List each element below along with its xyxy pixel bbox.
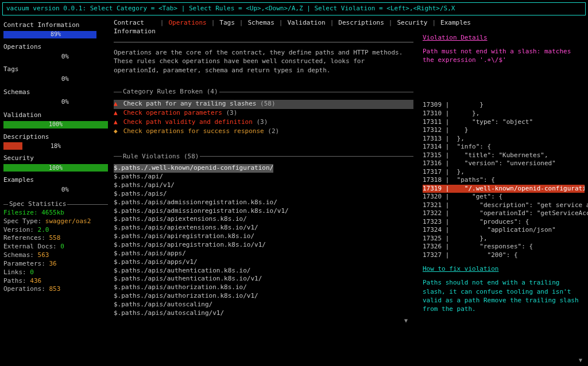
spec-stat-line: Links: 0 xyxy=(3,268,108,277)
source-line: 17325 | }, xyxy=(423,235,585,243)
violation-item[interactable]: $.paths./apis/authentication.k8s.io/v1/ xyxy=(114,275,413,283)
spec-stat-line: Version: 2.0 xyxy=(3,226,108,235)
source-line: 17311 | "type": "object" xyxy=(423,118,585,127)
violations-list[interactable]: $.paths./.well-known/openid-configuratio… xyxy=(114,164,413,317)
rule-text: Check path validity and definition xyxy=(123,118,257,126)
source-line: 17319 | "/.well-known/openid-configurati… xyxy=(423,185,585,193)
sidebar-category-label[interactable]: Validation xyxy=(3,111,108,120)
howto-header: How to fix violation xyxy=(423,265,585,274)
rule-count: (3) xyxy=(256,118,268,126)
source-line: 17317 | }, xyxy=(423,168,585,177)
source-line: 17309 | } xyxy=(423,101,585,110)
severity-icon: ◆ xyxy=(114,127,119,136)
tab-separator: | xyxy=(330,19,334,36)
sidebar: Contract Information89%Operations0%Tags0… xyxy=(3,18,108,324)
severity-icon: ▲ xyxy=(114,109,119,118)
source-snippet: 17309 | }17310 | },17311 | "type": "obje… xyxy=(423,101,585,259)
spec-stat-line: Paths: 436 xyxy=(3,277,108,286)
title-bar: vacuum version 0.0.1: Select Category = … xyxy=(2,2,586,15)
source-line: 17312 | } xyxy=(423,126,585,135)
violation-item[interactable]: $.paths./.well-known/openid-configuratio… xyxy=(114,164,413,173)
source-line: 17327 | "200": { xyxy=(423,251,585,260)
rule-text: Check operations for success response xyxy=(123,127,268,135)
tab-bar: Contract Information|Operations|Tags|Sch… xyxy=(114,19,413,36)
violation-item[interactable]: $.paths./apis/apiregistration.k8s.io/v1/ xyxy=(114,241,413,250)
violation-item[interactable]: $.paths./apis/apps/ xyxy=(114,250,413,258)
severity-icon: ▲ xyxy=(114,100,119,108)
tab-operations[interactable]: Operations xyxy=(168,19,206,36)
spec-stat-line: Operations: 853 xyxy=(3,285,108,294)
tab-validation[interactable]: Validation xyxy=(287,19,325,36)
progress-bar: 18% xyxy=(3,142,108,150)
main-panel: Contract Information|Operations|Tags|Sch… xyxy=(114,18,417,324)
sidebar-category-pct: 0% xyxy=(3,186,108,194)
violation-item[interactable]: $.paths./apis/autoscaling/ xyxy=(114,301,413,309)
source-line: 17315 | "title": "Kubernetes", xyxy=(423,151,585,160)
violation-item[interactable]: $.paths./apis/apiextensions.k8s.io/ xyxy=(114,215,413,224)
sidebar-category-label[interactable]: Operations xyxy=(3,43,108,52)
source-line: 17322 | "operationId": "getServiceAccoun… xyxy=(423,209,585,218)
scroll-indicator-right: ▼ xyxy=(579,356,582,364)
rule-text: Check path for any trailing slashes xyxy=(123,100,260,107)
rule-violations-header: Rule Violations (58) xyxy=(114,153,413,161)
violation-item[interactable]: $.paths./apis/authorization.k8s.io/v1/ xyxy=(114,292,413,301)
severity-icon: ▲ xyxy=(114,118,119,127)
rules-broken-header: Category Rules Broken (4) xyxy=(114,88,413,96)
source-line: 17323 | "produces": { xyxy=(423,218,585,227)
sidebar-category-label[interactable]: Schemas xyxy=(3,88,108,97)
sidebar-category-pct: 0% xyxy=(3,98,108,107)
violation-item[interactable]: $.paths./api/ xyxy=(114,173,413,181)
violation-details-header: Violation Details xyxy=(423,34,585,42)
violation-item[interactable]: $.paths./apis/ xyxy=(114,190,413,198)
spec-stat-line: Spec Type: swagger/oas2 xyxy=(3,217,108,226)
sidebar-category-pct: 0% xyxy=(3,75,108,84)
violation-item[interactable]: $.paths./apis/apiregistration.k8s.io/ xyxy=(114,232,413,241)
progress-bar: 89% xyxy=(3,31,108,38)
source-line: 17326 | "responses": { xyxy=(423,243,585,251)
violation-item[interactable]: $.paths./apis/authorization.k8s.io/ xyxy=(114,283,413,292)
source-line: 17324 | "application/json" xyxy=(423,226,585,235)
spec-stat-line: Parameters: 36 xyxy=(3,260,108,268)
violation-item[interactable]: $.paths./apis/admissionregistration.k8s.… xyxy=(114,198,413,207)
tab-tags[interactable]: Tags xyxy=(219,19,235,36)
sidebar-category-label[interactable]: Tags xyxy=(3,65,108,74)
source-line: 17320 | "get": { xyxy=(423,193,585,201)
violation-item[interactable]: $.paths./apis/apiextensions.k8s.io/v1/ xyxy=(114,224,413,232)
source-line: 17321 | "description": "get service acco… xyxy=(423,201,585,210)
sidebar-category-label[interactable]: Examples xyxy=(3,176,108,185)
rule-count: (58) xyxy=(260,100,276,107)
rule-item[interactable]: ▲ Check operation parameters (3) xyxy=(114,109,413,118)
tab-separator: | xyxy=(389,19,393,36)
violation-item[interactable]: $.paths./api/v1/ xyxy=(114,181,413,190)
rule-text: Check operation parameters xyxy=(123,109,226,116)
rule-count: (2) xyxy=(268,127,279,135)
spec-stat-line: External Docs: 0 xyxy=(3,243,108,251)
source-line: 17318 | "paths": { xyxy=(423,176,585,185)
tab-contract-information[interactable]: Contract Information xyxy=(114,19,156,36)
rule-count: (3) xyxy=(226,109,237,116)
tab-descriptions[interactable]: Descriptions xyxy=(338,19,384,36)
scroll-indicator-left: ▼ xyxy=(114,317,413,325)
rule-item[interactable]: ▲ Check path for any trailing slashes (5… xyxy=(114,100,413,109)
source-line: 17313 | }, xyxy=(423,135,585,143)
progress-bar: 100% xyxy=(3,121,108,129)
spec-stat-line: Filesize: 4655kb xyxy=(3,209,108,217)
violation-item[interactable]: $.paths./apis/authentication.k8s.io/ xyxy=(114,267,413,275)
violation-item[interactable]: $.paths./apis/apps/v1/ xyxy=(114,258,413,267)
tab-schemas[interactable]: Schemas xyxy=(247,19,274,36)
sidebar-category-label[interactable]: Descriptions xyxy=(3,133,108,142)
howto-text: Paths should not end with a trailing sla… xyxy=(423,278,585,314)
sidebar-category-label[interactable]: Contract Information xyxy=(3,21,108,30)
tab-separator: | xyxy=(239,19,243,36)
source-line: 17310 | }, xyxy=(423,110,585,118)
spec-stat-line: References: 558 xyxy=(3,234,108,243)
rule-item[interactable]: ▲ Check path validity and definition (3) xyxy=(114,118,413,127)
violation-item[interactable]: $.paths./apis/admissionregistration.k8s.… xyxy=(114,207,413,216)
progress-bar: 100% xyxy=(3,164,108,172)
tab-separator: | xyxy=(160,19,164,36)
sidebar-category-label[interactable]: Security xyxy=(3,154,108,163)
source-line: 17314 | "info": { xyxy=(423,143,585,151)
details-panel: Violation Details Path must not end with… xyxy=(423,18,585,324)
divider xyxy=(114,42,413,42)
rule-item[interactable]: ◆ Check operations for success response … xyxy=(114,127,413,137)
